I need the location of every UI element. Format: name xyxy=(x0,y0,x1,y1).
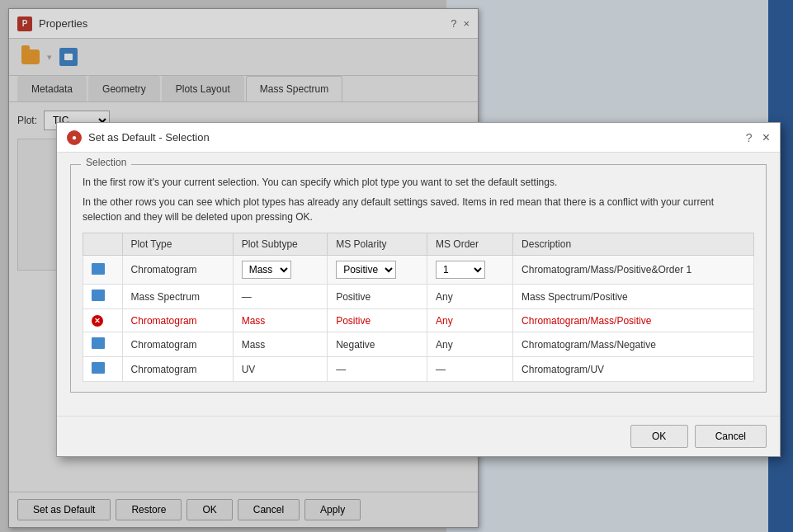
cell-ms-order: Any xyxy=(427,309,512,332)
cell-plot-subtype: UV xyxy=(233,357,327,382)
col-header-ms-order: MS Order xyxy=(427,233,512,256)
cell-ms-polarity[interactable]: Positive xyxy=(328,256,427,285)
selection-group: Selection In the first row it's your cur… xyxy=(70,164,767,393)
cell-plot-type: Chromatogram xyxy=(122,309,233,332)
row-icon-cell xyxy=(83,256,123,285)
col-header-description: Description xyxy=(513,233,754,256)
modal-dialog: ● Set as Default - Selection ? × Selecti… xyxy=(56,122,781,457)
col-header-plot-subtype: Plot Subtype xyxy=(233,233,327,256)
col-header-plot-type: Plot Type xyxy=(122,233,233,256)
cell-plot-subtype[interactable]: Mass xyxy=(233,256,327,285)
modal-ok-button[interactable]: OK xyxy=(630,425,688,448)
modal-help-btn[interactable]: ? xyxy=(746,131,753,144)
description-line1: In the first row it's your current selec… xyxy=(83,175,754,190)
cell-description: Chromatogram/Mass/Positive xyxy=(513,309,754,332)
cell-ms-order: Any xyxy=(427,332,512,357)
cell-description: Mass Spectrum/Positive xyxy=(513,285,754,309)
modal-title-left: ● Set as Default - Selection xyxy=(67,130,210,145)
table-row: Chromatogram UV — — Chromatogram/UV xyxy=(83,357,754,382)
modal-cancel-button[interactable]: Cancel xyxy=(695,425,767,448)
modal-close-btn[interactable]: × xyxy=(762,130,770,145)
x-row-icon: ✕ xyxy=(92,315,103,327)
description-line2: In the other rows you can see which plot… xyxy=(83,195,754,224)
cell-ms-polarity: Negative xyxy=(328,332,427,357)
cell-description: Chromatogram/UV xyxy=(513,357,754,382)
cell-description: Chromatogram/Mass/Negative xyxy=(513,332,754,357)
order-select[interactable]: 1 xyxy=(436,261,485,279)
modal-title-bar: ● Set as Default - Selection ? × xyxy=(57,123,780,153)
row-icon-cell xyxy=(83,332,123,357)
cell-plot-subtype: Mass xyxy=(233,332,327,357)
row-icon-cell: ✕ xyxy=(83,309,123,332)
table-row: Mass Spectrum — Positive Any Mass Spectr… xyxy=(83,285,754,309)
table-row: ✕ Chromatogram Mass Positive Any Chromat… xyxy=(83,309,754,332)
row-icon-cell xyxy=(83,285,123,309)
modal-title: Set as Default - Selection xyxy=(88,131,210,144)
cell-description: Chromatogram/Mass/Positive&Order 1 xyxy=(513,256,754,285)
data-table: Plot Type Plot Subtype MS Polarity MS Or… xyxy=(83,233,754,382)
modal-title-controls: ? × xyxy=(746,130,770,145)
table-header-row: Plot Type Plot Subtype MS Polarity MS Or… xyxy=(83,233,754,256)
cell-plot-subtype: — xyxy=(233,285,327,309)
cell-ms-order: — xyxy=(427,357,512,382)
modal-body: Selection In the first row it's your cur… xyxy=(57,153,780,416)
save-row-icon xyxy=(92,263,105,275)
cell-ms-polarity: Positive xyxy=(328,285,427,309)
selection-legend: Selection xyxy=(81,157,131,168)
row-icon-cell xyxy=(83,357,123,382)
save-row-icon xyxy=(92,290,105,301)
cell-ms-polarity: — xyxy=(328,357,427,382)
modal-app-icon: ● xyxy=(67,130,82,145)
cell-plot-type: Chromatogram xyxy=(122,357,233,382)
table-row: Chromatogram Mass Negative Any Chromatog… xyxy=(83,332,754,357)
cell-plot-type: Mass Spectrum xyxy=(122,285,233,309)
cell-plot-type: Chromatogram xyxy=(122,332,233,357)
subtype-select[interactable]: Mass xyxy=(242,261,291,279)
save-row-icon xyxy=(92,337,105,349)
cell-ms-polarity: Positive xyxy=(328,309,427,332)
cell-plot-type: Chromatogram xyxy=(122,256,233,285)
desc-line2-text: In the other rows you can see which plot… xyxy=(83,196,714,223)
polarity-select[interactable]: Positive xyxy=(336,261,396,279)
modal-footer: OK Cancel xyxy=(57,416,780,456)
table-row: Chromatogram Mass Positive xyxy=(83,256,754,285)
cell-plot-subtype: Mass xyxy=(233,309,327,332)
cell-ms-order: Any xyxy=(427,285,512,309)
cell-ms-order[interactable]: 1 xyxy=(427,256,512,285)
save-row-icon xyxy=(92,362,105,374)
col-header-ms-polarity: MS Polarity xyxy=(328,233,427,256)
col-header-icon xyxy=(83,233,123,256)
